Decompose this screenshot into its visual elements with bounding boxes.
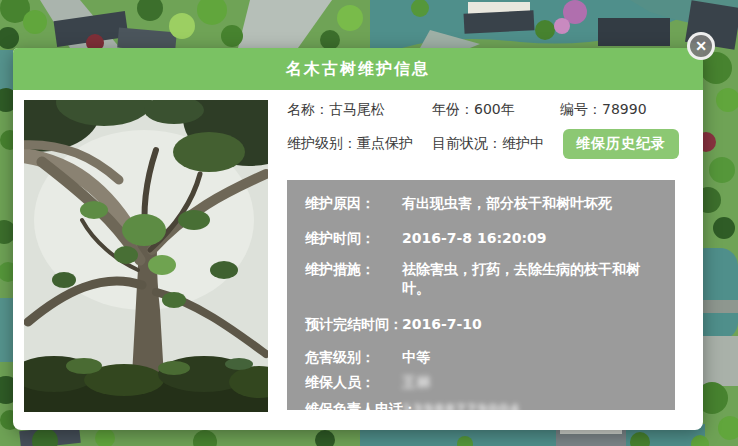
reason-value: 有出现虫害，部分枝干和树叶坏死 (402, 194, 661, 213)
maintenance-row: 预计完结时间： 2016-7-10 (305, 315, 661, 334)
measures-value: 祛除害虫，打药，去除生病的枝干和树叶。 (402, 260, 661, 298)
id-value: 78990 (602, 101, 647, 117)
status-label: 目前状况： (432, 135, 502, 151)
dialog-header: 名木古树维护信息 (13, 48, 703, 90)
maintenance-row: 维护原因： 有出现虫害，部分枝干和树叶坏死 (305, 194, 661, 213)
contact-phone-value-redacted: 13988779004 (402, 400, 661, 419)
contact-phone-label: 维保负责人电话： (305, 400, 402, 419)
tree-photo (24, 100, 268, 412)
name-field: 名称：古马尾松 (287, 101, 432, 119)
year-field: 年份：600年 (432, 101, 560, 119)
name-value: 古马尾松 (329, 101, 385, 117)
level-field: 维护级别：重点保护 (287, 135, 432, 153)
id-field: 编号：78990 (560, 101, 647, 119)
maintenance-row: 危害级别： 中等 (305, 348, 661, 367)
id-label: 编号： (560, 101, 602, 117)
staff-value-redacted: 王林 (402, 373, 661, 392)
maintenance-row: 维护时间： 2016-7-8 16:20:09 (305, 229, 661, 248)
close-icon[interactable]: ✕ (687, 32, 715, 60)
finish-time-value: 2016-7-10 (402, 315, 661, 334)
year-label: 年份： (432, 101, 474, 117)
year-value: 600年 (474, 101, 515, 117)
maintenance-row: 维保人员： 王林 (305, 373, 661, 392)
status-value: 维护中 (502, 135, 544, 151)
tree-info-section: 名称：古马尾松 年份：600年 编号：78990 维护级别：重点保护 目前状况：… (287, 95, 679, 157)
time-label: 维护时间： (305, 229, 402, 248)
dialog-title: 名木古树维护信息 (286, 59, 430, 80)
name-label: 名称： (287, 101, 329, 117)
level-label: 维护级别： (287, 135, 357, 151)
hazard-level-value: 中等 (402, 348, 661, 367)
info-row-status: 维护级别：重点保护 目前状况：维护中 维保历史纪录 (287, 131, 679, 157)
status-field: 目前状况：维护中 (432, 135, 563, 153)
info-row-basic: 名称：古马尾松 年份：600年 编号：78990 (287, 97, 679, 123)
maintenance-history-button[interactable]: 维保历史纪录 (563, 129, 679, 159)
maintenance-panel: 维护原因： 有出现虫害，部分枝干和树叶坏死 维护时间： 2016-7-8 16:… (287, 180, 675, 410)
staff-label: 维保人员： (305, 373, 402, 392)
tree-maintenance-dialog: 名木古树维护信息 ✕ (13, 48, 703, 430)
dialog-body: 名称：古马尾松 年份：600年 编号：78990 维护级别：重点保护 目前状况：… (13, 90, 703, 430)
maintenance-row: 维保负责人电话： 13988779004 (305, 400, 661, 419)
maintenance-row: 维护措施： 祛除害虫，打药，去除生病的枝干和树叶。 (305, 260, 661, 298)
hazard-level-label: 危害级别： (305, 348, 402, 367)
measures-label: 维护措施： (305, 260, 402, 298)
reason-label: 维护原因： (305, 194, 402, 213)
tree-photo-illustration (24, 100, 268, 412)
level-value: 重点保护 (357, 135, 413, 151)
finish-time-label: 预计完结时间： (305, 315, 402, 334)
time-value: 2016-7-8 16:20:09 (402, 229, 661, 248)
